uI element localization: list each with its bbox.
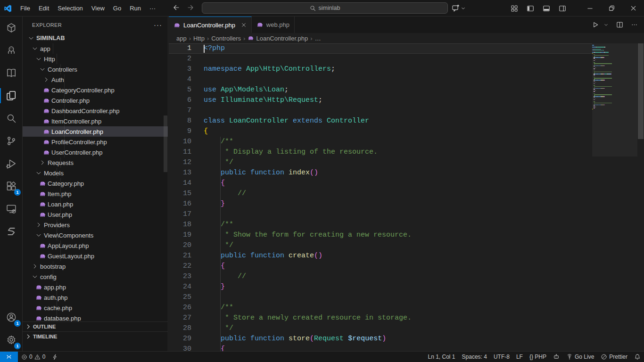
command-center-search[interactable]: siminlab xyxy=(202,2,448,14)
tree-item-item.php[interactable]: Item.php xyxy=(23,189,168,199)
menu-view[interactable]: View xyxy=(87,3,109,14)
remote-indicator[interactable] xyxy=(0,352,18,362)
code-line-15[interactable]: 15 // xyxy=(169,189,644,199)
tree-item-loan.php[interactable]: Loan.php xyxy=(23,199,168,209)
tree-item-models[interactable]: Models xyxy=(23,168,168,178)
code-line-5[interactable]: 5use App\Models\Loan; xyxy=(169,85,644,95)
code-line-24[interactable]: 24 } xyxy=(169,282,644,292)
code-line-26[interactable]: 26 /** xyxy=(169,303,644,313)
code-line-25[interactable]: 25 xyxy=(169,292,644,303)
code-line-9[interactable]: 9{ xyxy=(169,126,644,137)
code-line-18[interactable]: 18 /** xyxy=(169,220,644,230)
code-line-13[interactable]: 13 public function index() xyxy=(169,168,644,178)
tree-item-providers[interactable]: Providers xyxy=(23,220,168,230)
back-arrow-icon[interactable] xyxy=(173,4,180,13)
tree-item-app[interactable]: app xyxy=(23,43,168,54)
status-copilot-status[interactable] xyxy=(550,352,563,362)
explorer-more-actions-button[interactable]: ··· xyxy=(154,21,162,29)
code-line-8[interactable]: 8class LoanController extends Controller xyxy=(169,116,644,126)
restore-button[interactable] xyxy=(601,0,622,16)
code-line-2[interactable]: 2 xyxy=(169,54,644,64)
tree-item-config[interactable]: config xyxy=(23,272,168,282)
tree-item-siminlab[interactable]: SIMINLAB xyxy=(23,33,168,43)
tree-item-bootstrap[interactable]: bootstrap xyxy=(23,261,168,272)
tree-item-controller.php[interactable]: Controller.php xyxy=(23,95,168,106)
tree-item-user.php[interactable]: User.php xyxy=(23,209,168,220)
tree-item-http[interactable]: Http xyxy=(23,54,168,64)
tree-item-auth[interactable]: Auth xyxy=(23,74,168,85)
code-line-3[interactable]: 3namespace App\Http\Controllers; xyxy=(169,64,644,74)
code-line-23[interactable]: 23 // xyxy=(169,272,644,282)
minimap[interactable] xyxy=(592,45,636,110)
split-editor-button[interactable] xyxy=(615,20,625,30)
bolt-status[interactable] xyxy=(49,352,61,362)
outline-section-header[interactable]: OUTLINE xyxy=(23,321,168,331)
menu-edit[interactable]: Edit xyxy=(34,3,53,14)
code-editor[interactable]: 1<?php23namespace App\Http\Controllers;4… xyxy=(169,43,644,351)
tree-item-categorycontroller.php[interactable]: CategoryController.php xyxy=(23,85,168,95)
breadcrumb-item[interactable]: LoanController.php xyxy=(248,35,308,42)
code-line-11[interactable]: 11 * Display a listing of the resource. xyxy=(169,147,644,157)
code-line-16[interactable]: 16 } xyxy=(169,199,644,209)
code-line-10[interactable]: 10 /** xyxy=(169,137,644,147)
tree-item-controllers[interactable]: Controllers xyxy=(23,64,168,74)
status-cursor-position[interactable]: Ln 1, Col 1 xyxy=(424,352,458,362)
tree-item-auth.php[interactable]: auth.php xyxy=(23,292,168,303)
activitybar-source-control[interactable] xyxy=(0,130,23,152)
toggle-panel-button[interactable] xyxy=(540,2,553,15)
menu-file[interactable]: File xyxy=(16,3,34,14)
breadcrumb-item[interactable]: … xyxy=(315,35,321,42)
activitybar-accounts[interactable]: 1 xyxy=(0,306,23,329)
activitybar-settings[interactable]: 1 xyxy=(0,329,23,351)
menu-go[interactable]: Go xyxy=(109,3,125,14)
code-line-7[interactable]: 7 xyxy=(169,106,644,116)
activitybar-run-and-debug[interactable] xyxy=(0,152,23,175)
minimize-button[interactable] xyxy=(579,0,601,16)
tab-web.php[interactable]: web.php xyxy=(252,16,295,33)
run-code-button[interactable] xyxy=(590,20,600,30)
code-line-22[interactable]: 22 { xyxy=(169,261,644,272)
status-eol[interactable]: LF xyxy=(513,352,526,362)
code-line-30[interactable]: 30 { xyxy=(169,344,644,351)
menu-run[interactable]: Run xyxy=(125,3,145,14)
status-language-mode[interactable]: {} PHP xyxy=(526,352,550,362)
tree-item-guestlayout.php[interactable]: GuestLayout.php xyxy=(23,251,168,261)
tree-item-dashboardcontroller.php[interactable]: DashboardController.php xyxy=(23,106,168,116)
code-line-17[interactable]: 17 xyxy=(169,209,644,220)
activitybar-remote-explorer[interactable] xyxy=(0,197,23,220)
code-line-21[interactable]: 21 public function create() xyxy=(169,251,644,261)
run-dropdown-button[interactable] xyxy=(602,21,610,29)
code-line-4[interactable]: 4 xyxy=(169,74,644,85)
code-line-29[interactable]: 29 public function store(Request $reques… xyxy=(169,334,644,344)
status-indentation[interactable]: Spaces: 4 xyxy=(459,352,490,362)
tree-item-cache.php[interactable]: cache.php xyxy=(23,303,168,313)
tree-item-view-components[interactable]: View\Components xyxy=(23,230,168,240)
tree-item-applayout.php[interactable]: AppLayout.php xyxy=(23,240,168,251)
tab-loancontroller.php[interactable]: LoanController.php xyxy=(169,16,252,33)
editor-scrollbar[interactable] xyxy=(637,43,644,351)
code-line-6[interactable]: 6use Illuminate\Http\Request; xyxy=(169,95,644,106)
activitybar-search[interactable] xyxy=(0,107,23,130)
editor-more-actions-button[interactable] xyxy=(629,20,639,30)
activitybar-s-extension[interactable] xyxy=(0,220,23,243)
sidebar-scrollbar[interactable] xyxy=(164,115,167,172)
tab-close-icon[interactable] xyxy=(241,22,247,28)
breadcrumb-item[interactable]: Controllers xyxy=(211,35,241,42)
status-notifications[interactable] xyxy=(631,352,644,362)
code-line-27[interactable]: 27 * Store a newly created resource in s… xyxy=(169,313,644,323)
timeline-section-header[interactable]: TIMELINE xyxy=(23,331,168,341)
scrollbar-thumb[interactable] xyxy=(638,43,644,139)
tree-item-usercontroller.php[interactable]: UserController.php xyxy=(23,147,168,157)
tree-item-itemcontroller.php[interactable]: ItemController.php xyxy=(23,116,168,126)
code-line-28[interactable]: 28 */ xyxy=(169,323,644,334)
code-line-1[interactable]: 1<?php xyxy=(169,43,644,54)
tree-item-app.php[interactable]: app.php xyxy=(23,282,168,292)
activitybar-extensions[interactable]: 1 xyxy=(0,175,23,197)
problems-status[interactable]: 00 xyxy=(18,352,49,362)
breadcrumb-item[interactable]: app xyxy=(176,35,187,42)
code-line-14[interactable]: 14 { xyxy=(169,178,644,189)
tree-item-requests[interactable]: Requests xyxy=(23,157,168,168)
menu-selection[interactable]: Selection xyxy=(53,3,87,14)
activitybar-explorer[interactable] xyxy=(0,84,23,107)
tree-item-category.php[interactable]: Category.php xyxy=(23,178,168,189)
